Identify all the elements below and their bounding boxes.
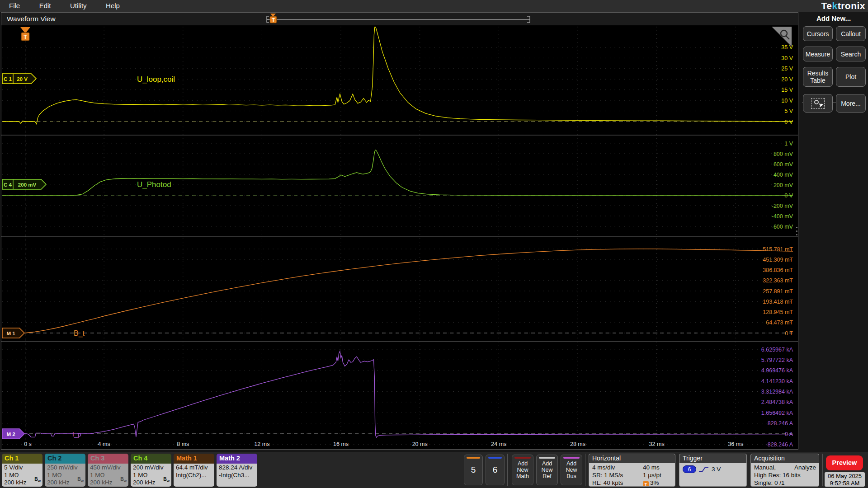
x-axis-tick-label: 16 ms	[333, 441, 349, 447]
trace-label-ch1[interactable]: U_loop,coil	[137, 75, 175, 84]
oscilloscope-app: File Edit Utility Help Tektronix Wavefor…	[0, 0, 868, 488]
channel-badge-ch4[interactable]: Ch 4 200 mV/div1 MΩ200 kHz Bw	[131, 454, 171, 487]
add-new-bus-button[interactable]: Add New Bus	[561, 455, 582, 485]
y-axis-tick-label: 15 V	[781, 87, 793, 93]
y-axis-tick-label: 5 V	[784, 108, 793, 114]
trigger-position-icon: T	[643, 481, 649, 487]
y-axis-tick-label: 400 mV	[774, 172, 793, 178]
plot-zoom-corner[interactable]	[772, 27, 792, 47]
scope-button-6[interactable]: 6	[486, 455, 505, 485]
y-axis-tick-label: 20 V	[781, 76, 793, 83]
bandwidth-limit-icon: Bw	[34, 475, 41, 485]
add-new-math-button[interactable]: Add New Math	[512, 455, 533, 485]
channel-badge-ch2[interactable]: Ch 2 250 mV/div1 MΩ200 kHz Bw	[45, 454, 85, 487]
waveform-view-title: Waveform View	[7, 15, 56, 23]
splitter-handle-dot[interactable]	[796, 227, 797, 228]
math1-badge[interactable]: Math 1 64.4 mT/divIntg(Ch2)...	[174, 454, 214, 487]
zoom-select-button[interactable]	[803, 94, 833, 113]
badge-channel-name: C 4	[4, 182, 12, 188]
channel-badge-title: Ch 3	[88, 454, 128, 464]
trigger-source-badge: 6	[683, 465, 696, 473]
menu-utility[interactable]: Utility	[70, 0, 87, 11]
y-axis-tick-label: 25 V	[781, 66, 793, 72]
waveform-view: Waveform View T 35 V30 V25 V20 V15 V10 V…	[1, 12, 798, 450]
acquisition-panel[interactable]: Acquisition Manual,Analyze High Res: 16 …	[750, 454, 819, 487]
trace-m2[interactable]	[2, 351, 793, 437]
trace-label-ch4[interactable]: U_Photod	[137, 180, 171, 189]
y-axis-tick-label: 128.945 mT	[763, 309, 793, 315]
time-text: 9:52:58 AM	[825, 480, 865, 487]
acquisition-panel-title: Acquisition	[751, 454, 819, 463]
waveform-plot-area[interactable]: 35 V30 V25 V20 V15 V10 V5 V0 V1 V800 mV6…	[1, 25, 798, 449]
horizontal-panel[interactable]: Horizontal 4 ms/div40 ms SR: 1 MS/s1 μs/…	[589, 454, 675, 487]
y-axis-tick-label: 30 V	[781, 55, 793, 61]
channel-badge-ch3[interactable]: Ch 3 450 mV/div1 MΩ200 kHz Bw	[88, 454, 128, 487]
tektronix-logo: Tektronix	[821, 0, 865, 11]
preview-button[interactable]: Preview	[826, 455, 863, 470]
measure-button[interactable]: Measure	[803, 47, 833, 61]
trace-c4[interactable]	[2, 150, 793, 195]
y-axis-tick-label: -828.246 A	[766, 441, 793, 448]
channel-badge-ch1[interactable]: Ch 1 5 V/div1 MΩ200 kHz Bw	[2, 454, 42, 487]
x-axis-tick-label: 12 ms	[254, 441, 269, 447]
button-5-color-stripe	[467, 457, 480, 459]
y-axis-tick-label: 1 V	[784, 141, 793, 147]
x-axis-tick-label: 20 ms	[412, 441, 428, 447]
menu-file[interactable]: File	[9, 0, 20, 11]
add-new-ref-button[interactable]: Add New Ref	[536, 455, 558, 485]
y-axis-tick-label: 451.309 mT	[763, 257, 793, 263]
y-axis-tick-label: 4.969476 kA	[761, 367, 793, 374]
svg-text:T: T	[272, 17, 275, 23]
more-button[interactable]: More...	[836, 94, 866, 113]
y-axis-tick-label: 386.836 mT	[763, 267, 793, 273]
callout-button[interactable]: Callout	[836, 26, 866, 41]
splitter-handle-dot[interactable]	[796, 234, 797, 235]
menu-edit[interactable]: Edit	[39, 0, 51, 11]
cursors-button[interactable]: Cursors	[803, 26, 833, 41]
badge-channel-name: C 1	[4, 76, 12, 82]
y-axis-tick-label: 1.656492 kA	[761, 410, 793, 416]
menu-bar: File Edit Utility Help Tektronix	[0, 0, 868, 12]
y-axis-tick-label: 10 V	[781, 98, 793, 104]
bottom-bar-divider	[822, 454, 823, 486]
add-new-heading: Add New...	[799, 14, 868, 22]
trigger-level: 3 V	[712, 465, 721, 473]
x-axis-tick-label: 0 s	[24, 441, 32, 447]
bottom-settings-bar: Ch 1 5 V/div1 MΩ200 kHz Bw Ch 2 250 mV/d…	[0, 452, 868, 488]
results-table-button[interactable]: Results Table	[803, 67, 833, 87]
trace-label-math1[interactable]: B_t	[74, 329, 85, 338]
waveform-plot[interactable]: 35 V30 V25 V20 V15 V10 V5 V0 V1 V800 mV6…	[1, 25, 798, 449]
trace-label-math2[interactable]: I_p	[72, 431, 81, 438]
menu-help[interactable]: Help	[106, 0, 120, 11]
badge-channel-name: M 2	[6, 432, 15, 437]
plot-button[interactable]: Plot	[836, 67, 866, 87]
y-axis-tick-label: 800 mV	[774, 151, 793, 157]
x-axis-tick-label: 32 ms	[649, 441, 665, 447]
y-axis-tick-label: 322.363 mT	[763, 277, 793, 284]
bandwidth-limit-icon: Bw	[163, 475, 170, 485]
trace-c1[interactable]	[2, 26, 793, 124]
badge-channel-name: M 1	[6, 331, 15, 336]
channel-badge-title: Ch 4	[131, 454, 171, 464]
channel-badge-title: Ch 2	[45, 454, 85, 464]
math2-badge[interactable]: Math 2 828.24 A/div-Intg(Ch3...	[217, 454, 257, 487]
badge-channel-scale: 20 V	[17, 76, 28, 82]
channel-badge-title: Math 2	[217, 454, 257, 464]
y-axis-tick-label: 4.141230 kA	[761, 378, 793, 385]
horizontal-position-bar[interactable]: T	[265, 13, 532, 25]
zoom-select-icon	[811, 98, 825, 109]
date-text: 06 May 2025	[825, 473, 865, 480]
channel-badge-title: Math 1	[174, 454, 214, 464]
y-axis-tick-label: 64.473 mT	[766, 319, 793, 326]
y-axis-tick-label: 2.484738 kA	[761, 399, 793, 405]
add-new-sidebar: Add New... Cursors Callout Measure Searc…	[799, 12, 868, 453]
search-button[interactable]: Search	[836, 47, 866, 61]
trigger-panel[interactable]: Trigger 6 3 V	[679, 454, 747, 487]
scope-button-5[interactable]: 5	[464, 455, 483, 485]
y-axis-tick-label: 193.418 mT	[763, 299, 793, 305]
rising-edge-icon	[698, 466, 710, 473]
y-axis-tick-label: -400 mV	[772, 213, 793, 220]
datetime-display: 06 May 2025 9:52:58 AM	[825, 472, 865, 487]
y-axis-tick-label: 828.246 A	[768, 420, 793, 427]
splitter-handle-dot[interactable]	[796, 230, 797, 232]
